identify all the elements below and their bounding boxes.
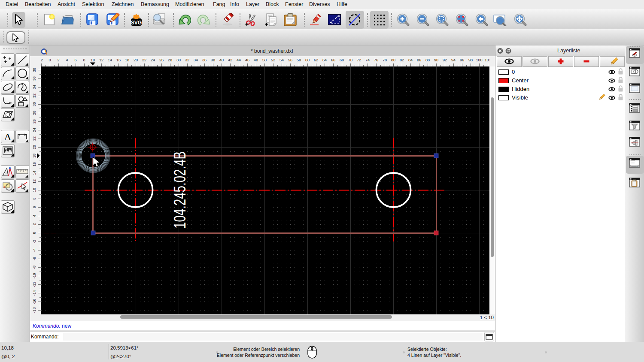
svg-text:26: 26 bbox=[159, 58, 164, 62]
svg-text:98: 98 bbox=[468, 58, 473, 62]
svg-text:24: 24 bbox=[151, 58, 155, 62]
svg-text:SVG: SVG bbox=[131, 20, 142, 26]
svg-text:-16: -16 bbox=[32, 299, 36, 304]
svg-text:76: 76 bbox=[374, 58, 378, 62]
svg-text:70: 70 bbox=[348, 58, 352, 62]
svg-text:80: 80 bbox=[391, 58, 395, 62]
svg-text:88: 88 bbox=[425, 58, 430, 62]
svg-text:36: 36 bbox=[202, 58, 207, 62]
svg-text:16: 16 bbox=[116, 58, 121, 62]
svg-text:38: 38 bbox=[211, 58, 215, 62]
svg-text:6: 6 bbox=[74, 58, 76, 62]
svg-text:102: 102 bbox=[484, 58, 489, 62]
svg-text:-4: -4 bbox=[32, 248, 36, 252]
svg-text:32: 32 bbox=[185, 58, 189, 62]
svg-text:96: 96 bbox=[460, 58, 464, 62]
svg-text:30: 30 bbox=[176, 58, 181, 62]
svg-text:6: 6 bbox=[32, 206, 36, 208]
svg-text:16: 16 bbox=[32, 162, 36, 166]
svg-text:10: 10 bbox=[91, 58, 95, 62]
svg-text:54: 54 bbox=[279, 58, 284, 62]
svg-text:-6: -6 bbox=[32, 257, 36, 260]
svg-text:2: 2 bbox=[57, 58, 59, 62]
svg-text:92: 92 bbox=[443, 58, 447, 62]
svg-text:82: 82 bbox=[400, 58, 404, 62]
svg-text:20: 20 bbox=[134, 58, 138, 62]
svg-text:90: 90 bbox=[434, 58, 438, 62]
svg-text:62: 62 bbox=[314, 58, 318, 62]
svg-text:64: 64 bbox=[322, 58, 327, 62]
svg-text:48: 48 bbox=[254, 58, 258, 62]
svg-text:28: 28 bbox=[32, 111, 36, 115]
svg-text:94: 94 bbox=[451, 58, 456, 62]
svg-text:66: 66 bbox=[331, 58, 335, 62]
svg-text:8: 8 bbox=[83, 58, 85, 62]
svg-text:14: 14 bbox=[108, 58, 112, 62]
svg-text:46: 46 bbox=[245, 58, 249, 62]
svg-text:28: 28 bbox=[168, 58, 172, 62]
svg-text:0: 0 bbox=[49, 58, 51, 62]
svg-text:52: 52 bbox=[271, 58, 275, 62]
svg-text:command: command bbox=[631, 166, 638, 167]
svg-text:12: 12 bbox=[99, 58, 103, 62]
svg-text:26: 26 bbox=[32, 119, 36, 124]
svg-text:68: 68 bbox=[340, 58, 344, 62]
svg-text:78: 78 bbox=[383, 58, 387, 62]
svg-text:4: 4 bbox=[32, 214, 36, 217]
svg-text:104.245.02.4B: 104.245.02.4B bbox=[170, 151, 189, 229]
svg-text:-8: -8 bbox=[32, 265, 36, 269]
svg-text:2: 2 bbox=[32, 223, 36, 225]
svg-text:30: 30 bbox=[32, 102, 36, 106]
svg-text:22: 22 bbox=[142, 58, 146, 62]
svg-text:-14: -14 bbox=[32, 290, 36, 296]
svg-text:4: 4 bbox=[66, 58, 68, 62]
svg-text:38: 38 bbox=[32, 68, 36, 72]
svg-text:86: 86 bbox=[417, 58, 421, 62]
svg-text:50: 50 bbox=[262, 58, 267, 62]
svg-text:40: 40 bbox=[219, 58, 224, 62]
svg-text:-10: -10 bbox=[32, 273, 36, 278]
svg-text:0: 0 bbox=[32, 232, 36, 234]
svg-text:12: 12 bbox=[32, 179, 36, 184]
svg-text:36: 36 bbox=[32, 76, 36, 81]
svg-text:74: 74 bbox=[365, 58, 370, 62]
svg-text:20: 20 bbox=[32, 145, 36, 149]
svg-text:24: 24 bbox=[32, 128, 36, 132]
svg-text:100: 100 bbox=[476, 58, 482, 62]
svg-text:42: 42 bbox=[228, 58, 232, 62]
svg-text:10: 10 bbox=[32, 188, 36, 192]
svg-text:56: 56 bbox=[288, 58, 292, 62]
svg-text:60: 60 bbox=[305, 58, 310, 62]
svg-text:-2: -2 bbox=[41, 58, 43, 62]
svg-text:22: 22 bbox=[32, 136, 36, 141]
svg-text:72: 72 bbox=[357, 58, 361, 62]
svg-text:-18: -18 bbox=[32, 307, 36, 313]
svg-text:18: 18 bbox=[32, 154, 36, 158]
svg-text:34: 34 bbox=[194, 58, 198, 62]
svg-text:84: 84 bbox=[408, 58, 413, 62]
svg-text:-2: -2 bbox=[32, 240, 36, 243]
svg-text:8: 8 bbox=[32, 197, 36, 199]
svg-text:32: 32 bbox=[32, 94, 36, 98]
svg-text:-12: -12 bbox=[32, 281, 36, 287]
svg-text:58: 58 bbox=[297, 58, 301, 62]
svg-text:44: 44 bbox=[237, 58, 241, 62]
svg-text:34: 34 bbox=[32, 85, 36, 89]
svg-text:18: 18 bbox=[125, 58, 129, 62]
svg-text:14: 14 bbox=[32, 171, 36, 175]
